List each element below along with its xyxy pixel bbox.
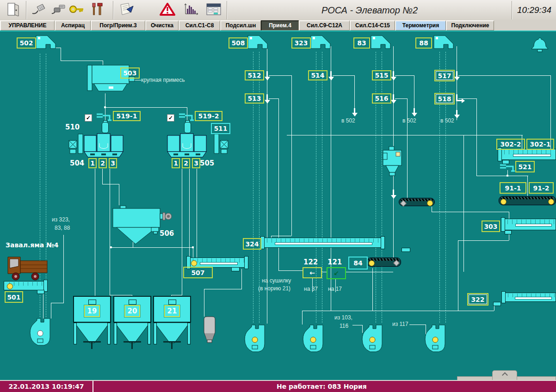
pipe — [102, 184, 119, 184]
pipe — [550, 75, 551, 149]
tab-sil-c14-c15[interactable]: Сил.С14-С15 — [350, 20, 395, 31]
label-91-2[interactable]: 91-2 — [529, 182, 554, 194]
label-507[interactable]: 507 — [183, 267, 213, 278]
status-message: Не работает: 083 Нория — [277, 381, 367, 392]
reports-button[interactable] — [204, 1, 224, 19]
report-table-icon — [206, 3, 222, 18]
label-84[interactable]: 84 — [348, 257, 368, 270]
chevron-up-icon — [502, 372, 508, 378]
pipe — [458, 240, 458, 311]
chart-icon — [184, 3, 199, 18]
label-324[interactable]: 324 — [243, 238, 261, 250]
outlet-505-1[interactable]: 1 — [172, 158, 180, 168]
gate-arrow-512 — [266, 71, 268, 77]
aspiration-checkbox-2[interactable]: ✓ — [167, 114, 174, 122]
pipe — [476, 98, 477, 176]
label-515[interactable]: 515 — [372, 70, 391, 80]
label-521[interactable]: 521 — [515, 161, 535, 172]
label-504: 504 — [70, 159, 84, 167]
label-514[interactable]: 514 — [308, 70, 327, 80]
label-121: 121 — [327, 258, 342, 266]
tab-sil-c1-c8[interactable]: Сил.С1-С8 — [179, 20, 220, 31]
connection-button[interactable] — [29, 1, 49, 19]
alarm-bell-icon[interactable] — [530, 36, 550, 56]
tab-ochistka[interactable]: Очистка — [145, 20, 179, 31]
pipe — [95, 169, 95, 297]
note-to-502: в 502 — [341, 117, 355, 124]
label-505: 505 — [200, 159, 214, 167]
programmer-button[interactable] — [48, 1, 68, 19]
silo-20-label[interactable]: 20 — [124, 305, 140, 317]
label-88[interactable]: 88 — [415, 37, 432, 49]
pipe — [105, 107, 187, 108]
pipe — [395, 75, 414, 76]
tab-podkluchenie[interactable]: Подключение — [446, 20, 494, 31]
pipe — [457, 46, 457, 120]
tab-pogr-priem3[interactable]: Погр/Прием.3 — [91, 20, 145, 31]
aspiration-checkbox-1[interactable]: ✓ — [85, 114, 92, 122]
outlet-505-2[interactable]: 2 — [182, 158, 190, 168]
label-83[interactable]: 83 — [353, 37, 370, 49]
silo-gate — [91, 343, 93, 349]
tab-sil-c9-c12a[interactable]: Сил.С9-С12А — [299, 20, 350, 31]
pipe — [346, 272, 393, 272]
note-coarse-impurity: крупная примесь — [141, 77, 185, 83]
flow-arrow — [393, 190, 394, 195]
pipe — [271, 236, 291, 236]
label-502[interactable]: 502 — [17, 37, 36, 49]
label-323[interactable]: 323 — [291, 37, 311, 49]
label-516[interactable]: 516 — [372, 93, 391, 104]
label-503[interactable]: 503 — [120, 67, 140, 79]
silo-leg — [114, 323, 117, 344]
tab-upravlenie[interactable]: УПРАВЛЕНИЕ — [0, 20, 55, 31]
label-91-1[interactable]: 91-1 — [500, 182, 526, 194]
label-518[interactable]: 518 — [434, 93, 455, 104]
label-511[interactable]: 511 — [211, 123, 230, 134]
label-302-1[interactable]: 302-1 — [526, 139, 554, 150]
outlet-505-3[interactable]: 3 — [192, 158, 200, 168]
conveyor-cap — [501, 217, 505, 232]
route-121-box[interactable]: ↙ — [327, 267, 346, 279]
outlet-504-1[interactable]: 1 — [88, 158, 97, 168]
conveyor-outlet — [493, 302, 501, 306]
serial-cable-icon — [31, 3, 46, 17]
silo-19-label[interactable]: 19 — [84, 305, 100, 317]
route-122-box[interactable]: ← — [303, 267, 322, 278]
label-519-1[interactable]: 519-1 — [113, 111, 141, 121]
tab-termometria[interactable]: Термометрия — [395, 20, 446, 31]
label-519-2[interactable]: 519-2 — [195, 111, 222, 121]
gate-arrow-515 — [393, 71, 394, 77]
conveyor-cap — [381, 236, 385, 249]
label-508[interactable]: 508 — [229, 37, 248, 49]
noria-head-323 — [310, 35, 331, 53]
note-dryer-1: на сушилку — [262, 277, 291, 284]
label-513[interactable]: 513 — [245, 93, 264, 104]
exit-button[interactable] — [3, 1, 23, 19]
pipe — [291, 75, 292, 236]
outlet-504-3[interactable]: 3 — [109, 158, 117, 168]
journal-button[interactable] — [117, 1, 137, 19]
silo-gate — [131, 343, 133, 349]
label-512[interactable]: 512 — [245, 70, 264, 80]
alarms-button[interactable] — [157, 1, 178, 19]
conveyor-outlet — [231, 267, 240, 271]
note-to-502: в 502 — [402, 117, 416, 124]
access-button[interactable] — [67, 1, 87, 19]
toolbar-separator — [227, 1, 228, 19]
trends-button[interactable] — [181, 1, 202, 19]
silo-21-label[interactable]: 21 — [164, 305, 180, 317]
tab-aspirac[interactable]: Аспирац — [55, 20, 91, 31]
pipe — [302, 311, 494, 311]
label-303[interactable]: 303 — [482, 220, 500, 232]
label-501[interactable]: 501 — [5, 291, 23, 303]
tab-podsil-shn[interactable]: Подсил.шн — [220, 20, 261, 31]
scroll-up-tab[interactable] — [492, 370, 517, 380]
flow-arrow — [354, 108, 355, 113]
tab-priem4[interactable]: Прием.4 — [261, 20, 299, 31]
settings-button[interactable] — [87, 1, 107, 19]
label-302-2[interactable]: 302-2 — [496, 139, 525, 150]
outlet-504-2[interactable]: 2 — [99, 158, 107, 168]
label-517[interactable]: 517 — [434, 70, 455, 81]
warning-triangle-icon — [160, 2, 175, 18]
label-322[interactable]: 322 — [467, 293, 488, 306]
